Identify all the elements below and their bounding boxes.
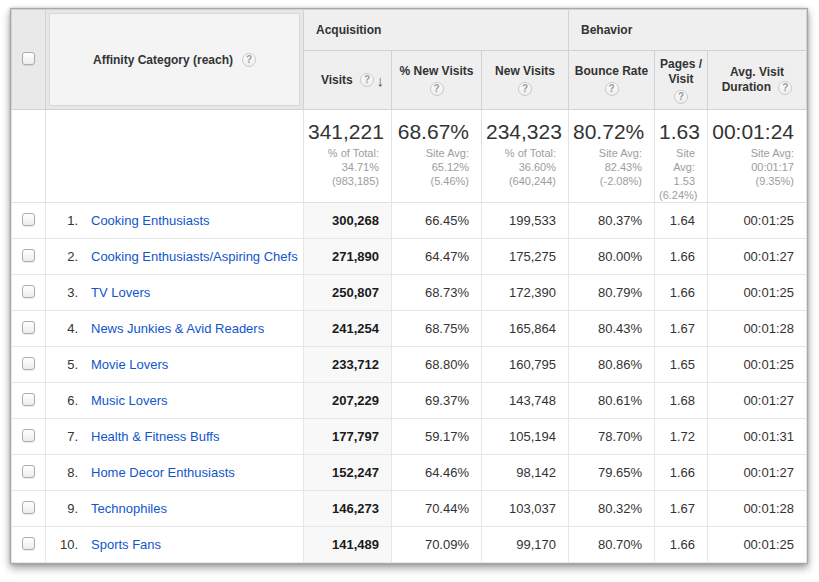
row-checkbox-cell [12, 239, 46, 275]
table-row: 9. Technophiles 146,273 70.44% 103,037 8… [12, 491, 807, 527]
pages-per-visit-cell: 1.72 [655, 419, 708, 455]
group-header-behavior-label: Behavior [581, 23, 632, 37]
category-link[interactable]: Movie Lovers [91, 357, 168, 372]
category-link[interactable]: Cooking Enthusiasts/Aspiring Chefs [91, 249, 298, 264]
column-header-visits[interactable]: Visits ? ↓ [304, 51, 392, 110]
row-rank: 10. [46, 537, 78, 552]
help-icon[interactable]: ? [778, 81, 792, 95]
pct-new-visits-cell: 68.80% [392, 347, 482, 383]
column-header-new-visits-label: New Visits [486, 64, 564, 79]
category-cell: 7. Health & Fitness Buffs [46, 419, 304, 455]
bounce-rate-cell: 80.43% [569, 311, 655, 347]
summary-avg-visit-duration-value: 00:01:24 [712, 120, 794, 144]
column-header-bounce-rate[interactable]: Bounce Rate ? [569, 51, 655, 110]
row-checkbox[interactable] [22, 249, 35, 262]
dimension-header[interactable]: Affinity Category (reach) ? [49, 13, 300, 106]
column-header-avg-visit-duration-label: Avg. Visit Duration [722, 65, 784, 94]
row-checkbox[interactable] [22, 285, 35, 298]
category-link[interactable]: Cooking Enthusiasts [91, 213, 210, 228]
category-cell: 4. News Junkies & Avid Readers [46, 311, 304, 347]
category-link[interactable]: Health & Fitness Buffs [91, 429, 219, 444]
summary-subline: 1.53 [659, 174, 695, 188]
row-checkbox[interactable] [22, 213, 35, 226]
category-link[interactable]: Technophiles [91, 501, 167, 516]
summary-subline: 36.60% [486, 160, 556, 174]
pages-per-visit-cell: 1.66 [655, 455, 708, 491]
avg-visit-duration-cell: 00:01:25 [708, 347, 807, 383]
avg-visit-duration-cell: 00:01:27 [708, 455, 807, 491]
table-row: 2. Cooking Enthusiasts/Aspiring Chefs 27… [12, 239, 807, 275]
row-rank: 4. [46, 321, 78, 336]
summary-pages-per-visit-value: 1.63 [659, 120, 695, 144]
row-checkbox-cell [12, 275, 46, 311]
help-icon[interactable]: ? [430, 82, 444, 96]
summary-bounce-rate-value: 80.72% [573, 120, 642, 144]
new-visits-cell: 99,170 [482, 527, 569, 563]
avg-visit-duration-cell: 00:01:27 [708, 239, 807, 275]
summary-subline: (983,185) [308, 174, 379, 188]
summary-subline: 00:01:17 [712, 160, 794, 174]
row-checkbox[interactable] [22, 321, 35, 334]
column-header-avg-visit-duration[interactable]: Avg. Visit Duration ? [708, 51, 807, 110]
category-cell: 6. Music Lovers [46, 383, 304, 419]
avg-visit-duration-cell: 00:01:25 [708, 203, 807, 239]
row-checkbox[interactable] [22, 429, 35, 442]
pct-new-visits-cell: 66.45% [392, 203, 482, 239]
visits-cell: 241,254 [304, 311, 392, 347]
bounce-rate-cell: 80.00% [569, 239, 655, 275]
category-cell: 10. Sports Fans [46, 527, 304, 563]
row-checkbox[interactable] [22, 393, 35, 406]
row-checkbox[interactable] [22, 537, 35, 550]
category-cell: 2. Cooking Enthusiasts/Aspiring Chefs [46, 239, 304, 275]
row-checkbox[interactable] [22, 357, 35, 370]
summary-subline: % of Total: [486, 146, 556, 160]
help-icon[interactable]: ? [242, 53, 256, 67]
pages-per-visit-cell: 1.66 [655, 239, 708, 275]
visits-cell: 233,712 [304, 347, 392, 383]
summary-subline: Site Avg: [712, 146, 794, 160]
summary-avg-visit-duration: 00:01:24 Site Avg: 00:01:17 (9.35%) [708, 110, 807, 203]
bounce-rate-cell: 80.79% [569, 275, 655, 311]
category-link[interactable]: Home Decor Enthusiasts [91, 465, 235, 480]
row-rank: 9. [46, 501, 78, 516]
help-icon[interactable]: ? [360, 73, 374, 87]
bounce-rate-cell: 80.86% [569, 347, 655, 383]
category-link[interactable]: Music Lovers [91, 393, 168, 408]
row-checkbox-cell [12, 383, 46, 419]
column-header-bounce-rate-label: Bounce Rate [573, 64, 650, 79]
summary-subline: 34.71% [308, 160, 379, 174]
row-checkbox[interactable] [22, 465, 35, 478]
summary-subline: 65.12% [396, 160, 469, 174]
category-link[interactable]: Sports Fans [91, 537, 161, 552]
table-row: 4. News Junkies & Avid Readers 241,254 6… [12, 311, 807, 347]
summary-new-visits-value: 234,323 [486, 120, 556, 144]
help-icon[interactable]: ? [605, 82, 619, 96]
dimension-header-cell: Affinity Category (reach) ? [46, 10, 304, 110]
row-checkbox-cell [12, 203, 46, 239]
category-link[interactable]: TV Lovers [91, 285, 150, 300]
visits-cell: 250,807 [304, 275, 392, 311]
row-rank: 7. [46, 429, 78, 444]
help-icon[interactable]: ? [674, 90, 688, 104]
category-link[interactable]: News Junkies & Avid Readers [91, 321, 264, 336]
summary-blank-cell [46, 110, 304, 203]
column-header-pct-new-visits[interactable]: % New Visits ? [392, 51, 482, 110]
summary-visits: 341,221 % of Total: 34.71% (983,185) [304, 110, 392, 203]
select-all-cell [12, 10, 46, 110]
column-header-pages-per-visit[interactable]: Pages / Visit ? [655, 51, 708, 110]
group-header-behavior: Behavior [569, 10, 807, 51]
row-checkbox[interactable] [22, 501, 35, 514]
visits-cell: 177,797 [304, 419, 392, 455]
row-checkbox-cell [12, 491, 46, 527]
pages-per-visit-cell: 1.66 [655, 275, 708, 311]
row-checkbox-cell [12, 527, 46, 563]
visits-cell: 146,273 [304, 491, 392, 527]
pages-per-visit-cell: 1.67 [655, 311, 708, 347]
table-row: 10. Sports Fans 141,489 70.09% 99,170 80… [12, 527, 807, 563]
column-header-new-visits[interactable]: New Visits ? [482, 51, 569, 110]
new-visits-cell: 172,390 [482, 275, 569, 311]
help-icon[interactable]: ? [518, 82, 532, 96]
avg-visit-duration-cell: 00:01:28 [708, 311, 807, 347]
summary-subline: (-2.08%) [573, 174, 642, 188]
select-all-checkbox[interactable] [22, 52, 35, 65]
